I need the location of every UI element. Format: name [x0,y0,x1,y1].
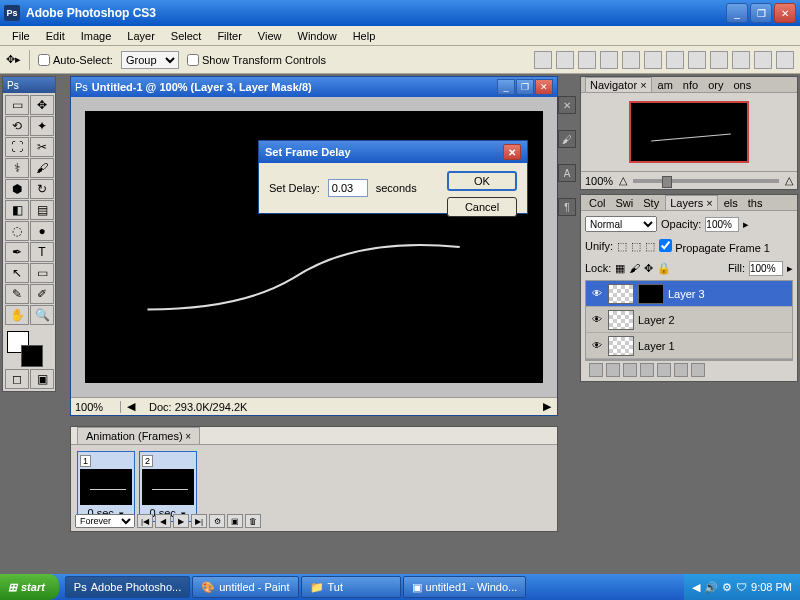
blur-tool[interactable]: ◌ [5,221,29,241]
align-icon[interactable] [534,51,552,69]
new-layer-icon[interactable] [674,363,688,377]
doc-minimize-button[interactable]: _ [497,79,515,95]
pen-tool[interactable]: ✒ [5,242,29,262]
menu-filter[interactable]: Filter [209,28,249,44]
shape-tool[interactable]: ▭ [30,263,54,283]
taskbar-item-folder[interactable]: 📁Tut [301,576,401,598]
align-icon[interactable] [754,51,772,69]
brush-tool[interactable]: 🖌 [30,158,54,178]
doc-close-button[interactable]: ✕ [535,79,553,95]
fill-input[interactable] [749,261,783,276]
delay-input[interactable] [328,179,368,197]
align-icon[interactable] [776,51,794,69]
layer-thumbnail[interactable] [608,310,634,330]
blend-mode-dropdown[interactable]: Normal [585,216,657,232]
first-frame-button[interactable]: |◀ [137,514,153,528]
minimize-button[interactable]: _ [726,3,748,23]
zoom-tool[interactable]: 🔍 [30,305,54,325]
align-icon[interactable] [578,51,596,69]
delete-layer-icon[interactable] [691,363,705,377]
align-icon[interactable] [644,51,662,69]
document-header[interactable]: Ps Untitled-1 @ 100% (Layer 3, Layer Mas… [71,77,557,97]
menu-select[interactable]: Select [163,28,210,44]
auto-select-input[interactable] [38,54,50,66]
align-icon[interactable] [556,51,574,69]
clock[interactable]: 9:08 PM [751,581,792,593]
move-tool[interactable]: ✥ [30,95,54,115]
fill-arrow-icon[interactable]: ▸ [787,262,793,275]
show-transform-checkbox[interactable]: Show Transform Controls [187,54,326,66]
zoom-in-icon[interactable]: △ [785,174,793,187]
animation-frame[interactable]: 1 0 sec. ▾ [77,451,135,522]
taskbar-item-window[interactable]: ▣untitled1 - Windo... [403,576,527,598]
character-icon[interactable]: A [558,164,576,182]
path-tool[interactable]: ↖ [5,263,29,283]
tray-icon[interactable]: 🔊 [704,581,718,594]
align-icon[interactable] [710,51,728,69]
animation-tab[interactable]: Animation (Frames) × [77,427,200,444]
slice-tool[interactable]: ✂ [30,137,54,157]
unify-visibility-icon[interactable]: ⬚ [631,240,641,253]
paragraph-icon[interactable]: ¶ [558,198,576,216]
doc-maximize-button[interactable]: ❐ [516,79,534,95]
tab-actions[interactable]: ons [729,78,755,92]
tab-styles[interactable]: Sty [639,196,663,210]
opacity-input[interactable] [705,217,739,232]
visibility-icon[interactable]: 👁 [590,313,604,327]
new-frame-button[interactable]: ▣ [227,514,243,528]
menu-window[interactable]: Window [290,28,345,44]
tween-button[interactable]: ⚙ [209,514,225,528]
type-tool[interactable]: T [30,242,54,262]
visibility-icon[interactable]: 👁 [590,339,604,353]
link-icon[interactable] [589,363,603,377]
lasso-tool[interactable]: ⟲ [5,116,29,136]
tray-icon[interactable]: ⚙ [722,581,732,594]
layer-name[interactable]: Layer 3 [668,288,705,300]
brushes-icon[interactable]: 🖌 [558,130,576,148]
ok-button[interactable]: OK [447,171,517,191]
tray-icon[interactable]: ◀ [692,581,700,594]
healing-tool[interactable]: ⚕ [5,158,29,178]
marquee-tool[interactable]: ▭ [5,95,29,115]
show-transform-input[interactable] [187,54,199,66]
tab-channels[interactable]: els [720,196,742,210]
layer-name[interactable]: Layer 2 [638,314,675,326]
align-icon[interactable] [688,51,706,69]
tray-icon[interactable]: 🛡 [736,581,747,593]
eyedropper-tool[interactable]: ✐ [30,284,54,304]
next-frame-button[interactable]: ▶| [191,514,207,528]
hand-tool[interactable]: ✋ [5,305,29,325]
layer-row[interactable]: 👁 Layer 1 [586,333,792,359]
maximize-button[interactable]: ❐ [750,3,772,23]
layer-name[interactable]: Layer 1 [638,340,675,352]
cancel-button[interactable]: Cancel [447,197,517,217]
dialog-header[interactable]: Set Frame Delay ✕ [259,141,527,163]
gradient-tool[interactable]: ▤ [30,200,54,220]
visibility-icon[interactable]: 👁 [590,287,604,301]
tab-color[interactable]: Col [585,196,610,210]
menu-edit[interactable]: Edit [38,28,73,44]
close-button[interactable]: ✕ [774,3,796,23]
crop-tool[interactable]: ⛶ [5,137,29,157]
wand-tool[interactable]: ✦ [30,116,54,136]
group-icon[interactable] [657,363,671,377]
menu-view[interactable]: View [250,28,290,44]
lock-image-icon[interactable]: 🖌 [629,262,640,274]
prev-frame-button[interactable]: ◀ [155,514,171,528]
unify-position-icon[interactable]: ⬚ [617,240,627,253]
opacity-arrow-icon[interactable]: ▸ [743,218,749,231]
quickmask-tool[interactable]: ◻ [5,369,29,389]
dialog-close-button[interactable]: ✕ [503,144,521,160]
propagate-checkbox[interactable]: Propagate Frame 1 [659,239,770,254]
layer-mask-thumbnail[interactable] [638,284,664,304]
history-brush-tool[interactable]: ↻ [30,179,54,199]
align-icon[interactable] [600,51,618,69]
lock-position-icon[interactable]: ✥ [644,262,653,275]
notes-tool[interactable]: ✎ [5,284,29,304]
eraser-tool[interactable]: ◧ [5,200,29,220]
adjustment-icon[interactable] [640,363,654,377]
auto-select-dropdown[interactable]: Group [121,51,179,69]
tab-histogram[interactable]: am [654,78,677,92]
tab-paths[interactable]: ths [744,196,767,210]
layer-thumbnail[interactable] [608,336,634,356]
